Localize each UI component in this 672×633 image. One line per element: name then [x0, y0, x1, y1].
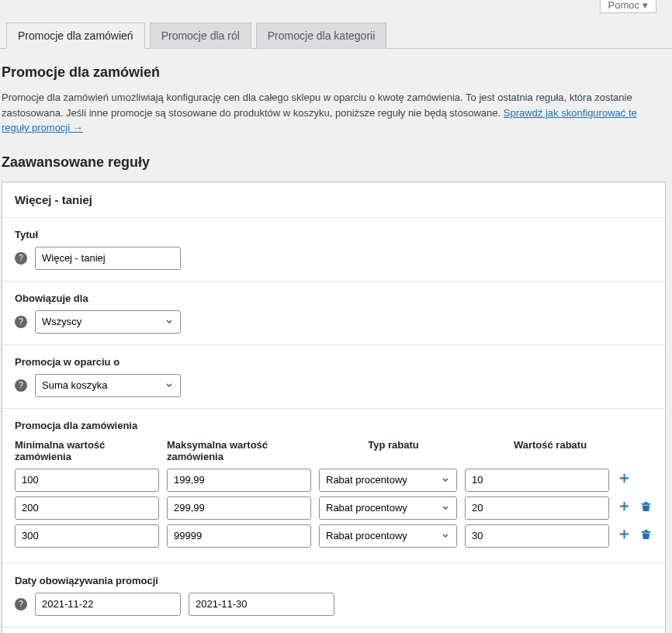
- chevron-down-icon: ▾: [643, 0, 648, 11]
- title-section: Tytuł ?: [2, 218, 665, 282]
- table-row: Rabat procentowy: [15, 496, 653, 520]
- add-row-icon[interactable]: [617, 472, 631, 488]
- applies-label: Obowiązuje dla: [15, 292, 653, 304]
- page-title: Promocje dla zamówień: [2, 64, 666, 81]
- table-row: Rabat procentowy: [15, 469, 653, 492]
- based-on-section: Promocja w oparciu o ? Suma koszyka: [2, 345, 665, 409]
- min-input[interactable]: [15, 524, 159, 548]
- tabs-nav: Promocje dla zamówień Promocje dla ról P…: [6, 22, 672, 49]
- applies-section: Obowiązuje dla ? Wszyscy: [2, 282, 665, 345]
- date-to-input[interactable]: [189, 593, 334, 616]
- table-header: Minimalna wartość zamówienia Maksymalna …: [15, 439, 653, 462]
- date-from-input[interactable]: [35, 593, 181, 616]
- col-min-header: Minimalna wartość zamówienia: [15, 439, 159, 462]
- rule-panel: Więcej - taniej Tytuł ? Obowiązuje dla ?…: [2, 182, 666, 634]
- delete-row-icon[interactable]: [639, 528, 653, 543]
- table-row: Rabat procentowy: [15, 524, 653, 548]
- panel-title: Więcej - taniej: [2, 182, 665, 218]
- tab-orders[interactable]: Promocje dla zamówień: [6, 22, 145, 49]
- type-select[interactable]: Rabat procentowy: [319, 469, 457, 492]
- type-select[interactable]: Rabat procentowy: [319, 524, 457, 548]
- order-promo-section: Promocja dla zamówienia Minimalna wartoś…: [2, 409, 665, 564]
- delete-row-icon[interactable]: [639, 500, 653, 515]
- min-input[interactable]: [15, 496, 159, 520]
- page-description: Promocje dla zamówień umożliwiają konfig…: [2, 90, 661, 136]
- help-icon[interactable]: ?: [15, 316, 27, 328]
- value-input[interactable]: [465, 496, 609, 520]
- delete-set-link[interactable]: Usuń ten zestaw: [2, 628, 102, 634]
- based-on-label: Promocja w oparciu o: [15, 356, 653, 368]
- tab-roles[interactable]: Promocje dla ról: [150, 22, 251, 49]
- min-input[interactable]: [15, 469, 159, 492]
- col-max-header: Maksymalna wartość zamówienia: [167, 439, 311, 462]
- max-input[interactable]: [167, 524, 311, 548]
- add-row-icon[interactable]: [617, 528, 631, 544]
- help-icon[interactable]: ?: [15, 598, 27, 611]
- help-icon[interactable]: ?: [15, 379, 27, 392]
- order-promo-label: Promocja dla zamówienia: [15, 420, 653, 431]
- value-input[interactable]: [465, 524, 609, 548]
- advanced-rules-heading: Zaawansowane reguły: [2, 154, 666, 171]
- col-type-header: Typ rabatu: [319, 439, 468, 462]
- help-icon[interactable]: ?: [15, 252, 27, 265]
- dates-label: Daty obowiązywania promocji: [15, 575, 653, 586]
- max-input[interactable]: [167, 496, 311, 520]
- max-input[interactable]: [167, 469, 311, 492]
- title-label: Tytuł: [15, 229, 653, 240]
- value-input[interactable]: [465, 469, 609, 492]
- applies-select[interactable]: Wszyscy: [35, 310, 181, 334]
- help-button-label: Pomoc: [608, 0, 639, 11]
- based-on-select[interactable]: Suma koszyka: [35, 374, 181, 397]
- help-button[interactable]: Pomoc ▾: [600, 0, 656, 13]
- type-select[interactable]: Rabat procentowy: [319, 496, 457, 520]
- add-row-icon[interactable]: [617, 500, 631, 516]
- dates-section: Daty obowiązywania promocji ?: [2, 564, 665, 628]
- title-input[interactable]: [35, 247, 181, 270]
- col-value-header: Wartość rabatu: [476, 439, 625, 462]
- tab-categories[interactable]: Promocje dla kategorii: [256, 22, 387, 49]
